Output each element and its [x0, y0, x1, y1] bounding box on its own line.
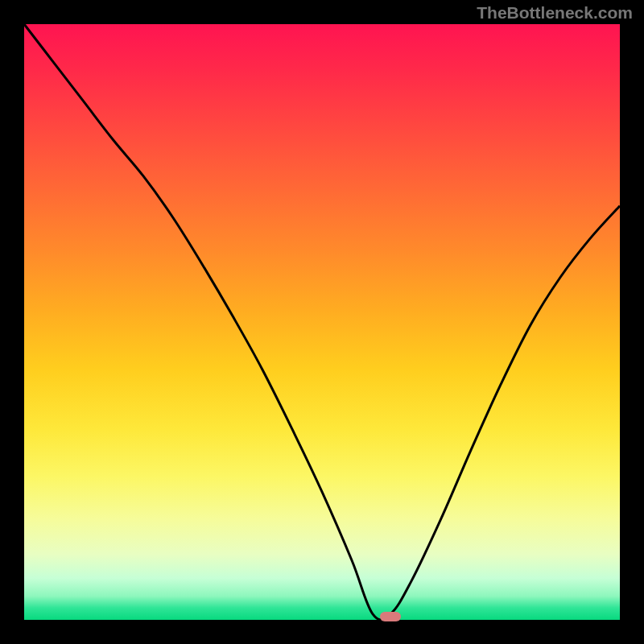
watermark-text: TheBottleneck.com [477, 3, 633, 23]
bottleneck-curve [24, 24, 620, 620]
curve-layer [24, 24, 620, 620]
chart-frame: TheBottleneck.com [0, 0, 644, 644]
optimum-marker [380, 612, 401, 621]
